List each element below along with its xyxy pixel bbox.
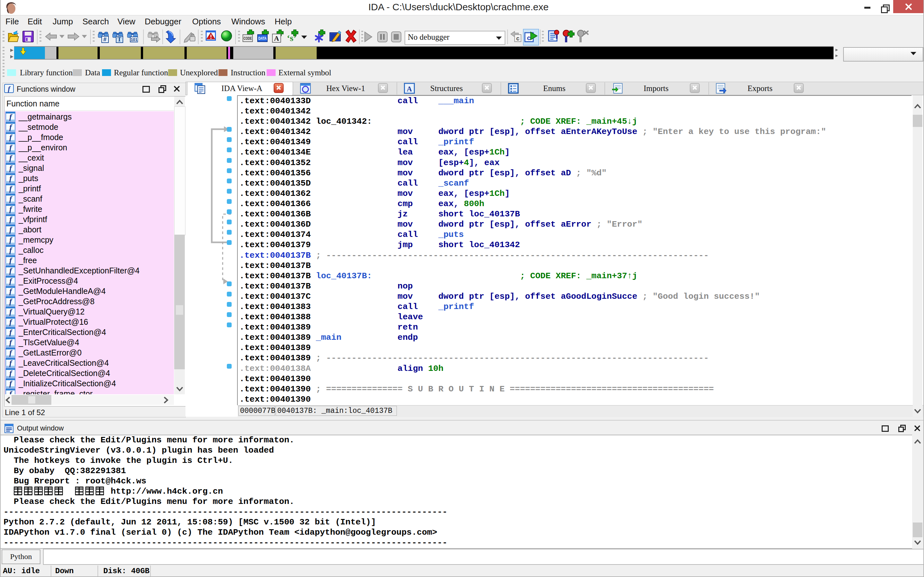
- svg-text:101: 101: [131, 37, 137, 42]
- svg-text:DATA: DATA: [258, 36, 267, 41]
- svg-text:c: c: [527, 34, 530, 41]
- svg-text:A: A: [274, 34, 279, 42]
- svg-text:CODE: CODE: [244, 36, 252, 41]
- svg-text:A: A: [407, 85, 412, 93]
- svg-text:T: T: [118, 36, 121, 43]
- svg-text:‘s’: ‘s’: [287, 33, 296, 43]
- svg-text:c: c: [516, 35, 519, 42]
- svg-text:#: #: [103, 36, 107, 43]
